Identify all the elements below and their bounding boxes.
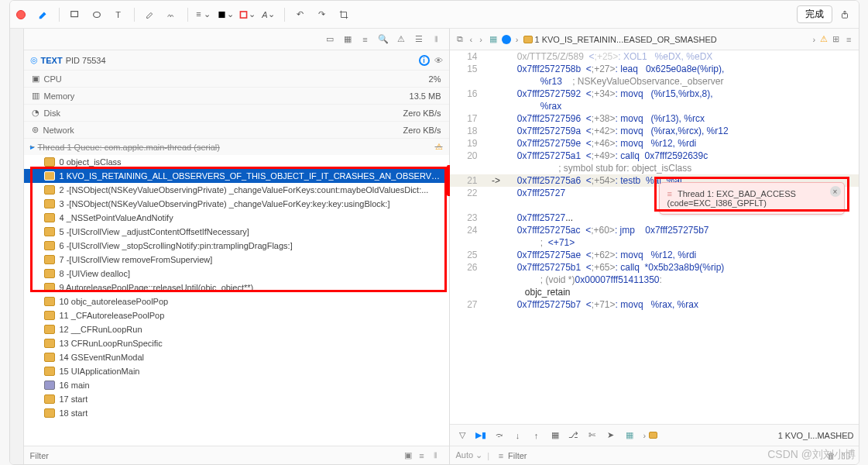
stack-frame[interactable]: 0 object_isClass: [24, 155, 449, 169]
stack-frame[interactable]: 2 -[NSObject(NSKeyValueObservingPrivate)…: [24, 183, 449, 197]
code-line: ; (void *)0x00007fff51411350:: [450, 274, 859, 286]
view-debug-icon[interactable]: ▦: [547, 428, 563, 443]
line-number: [450, 162, 485, 174]
list-icon[interactable]: ≡: [358, 32, 373, 47]
step-out-icon[interactable]: ↑: [529, 428, 544, 443]
variables-bottom-bar: Auto ⌄ | ≡ 🗑 ▯▯: [450, 446, 859, 464]
stack-frame[interactable]: 18 start: [24, 406, 449, 420]
columns-icon[interactable]: ⫴: [429, 32, 444, 47]
fill-color-icon[interactable]: ⌄: [217, 6, 234, 23]
stack-frame[interactable]: 1 KVO_IS_RETAINING_ALL_OBSERVERS_OF_THIS…: [24, 169, 449, 183]
folder-icon[interactable]: ▭: [322, 32, 338, 47]
stack-trace-list[interactable]: 0 object_isClass1 KVO_IS_RETAINING_ALL_O…: [24, 155, 449, 446]
warning-icon[interactable]: ⚠: [820, 34, 828, 44]
stack-frame[interactable]: 10 objc_autoreleasePoolPop: [24, 294, 449, 308]
code-text: 0x7fff25727...: [507, 212, 574, 224]
step-over-icon[interactable]: ⤼: [492, 428, 507, 443]
stack-frame[interactable]: 17 start: [24, 392, 449, 406]
stack-frame[interactable]: 9 AutoreleasePoolPage::releaseUntil(objc…: [24, 281, 449, 294]
line-number: 14: [450, 50, 485, 63]
shape-oval-icon[interactable]: [88, 6, 105, 23]
lines-icon[interactable]: ≡: [415, 449, 429, 463]
lines-icon[interactable]: ☰: [411, 32, 427, 47]
stat-network[interactable]: ⊚NetworkZero KB/s: [24, 122, 449, 139]
pencil-icon[interactable]: [35, 6, 52, 23]
frame-label: 3 -[NSObject(NSKeyValueObservingPrivate)…: [60, 199, 390, 208]
current-line-arrow-icon: ->: [485, 174, 507, 187]
stack-frame[interactable]: 7 -[UIScrollView removeFromSuperview]: [24, 253, 449, 267]
crop-icon[interactable]: [335, 6, 352, 23]
stack-frame[interactable]: 11 _CFAutoreleasePoolPop: [24, 308, 449, 322]
filter-input[interactable]: [508, 451, 570, 460]
scope-icon[interactable]: ▣: [401, 449, 415, 463]
stack-frame[interactable]: 6 -[UIScrollView _stopScrollingNotify:pi…: [24, 239, 449, 253]
finish-button[interactable]: 完成: [797, 5, 832, 23]
svg-rect-2: [218, 11, 225, 17]
debug-crumb-title[interactable]: 1 KVO_I...MASHED: [778, 431, 854, 440]
close-window-button[interactable]: [16, 10, 26, 19]
trash-icon[interactable]: 🗑: [825, 449, 839, 463]
code-text: 0x7fff257275a1 <;+49>: callq 0x7fff25926…: [507, 150, 708, 162]
eye-icon[interactable]: 👁: [434, 56, 443, 65]
location-icon[interactable]: ➤: [603, 428, 619, 443]
signature-icon[interactable]: [163, 6, 180, 23]
code-line: 25 0x7fff257275ae <;+62>: movq %r12, %rd…: [450, 249, 859, 261]
code-line: 27 0x7fff257275b7 <;+71>: movq %rax, %ra…: [450, 298, 859, 311]
scheme-icon[interactable]: ▦: [487, 34, 499, 44]
share-icon[interactable]: [837, 7, 853, 22]
back-icon[interactable]: ‹: [468, 35, 475, 44]
stat-cpu[interactable]: ▣CPU2%: [24, 71, 449, 88]
stroke-icon[interactable]: ≡ ⌄: [195, 6, 212, 23]
stack-frame[interactable]: 8 -[UIView dealloc]: [24, 267, 449, 281]
stack-frame[interactable]: 4 _NSSetPointValueAndNotify: [24, 211, 449, 225]
error-line1: Thread 1: EXC_BAD_ACCESS: [678, 189, 796, 198]
stack-frame[interactable]: 15 UIApplicationMain: [24, 364, 449, 378]
editor-options-icon[interactable]: ≡: [844, 35, 853, 44]
auto-scope-selector[interactable]: Auto ⌄: [456, 450, 483, 460]
code-line: ; symbol stub for: object_isClass: [450, 162, 859, 174]
rotate-left-icon[interactable]: ↶: [292, 6, 309, 23]
scheme-small-icon[interactable]: ▦: [622, 428, 637, 443]
rotate-right-icon[interactable]: ↷: [314, 6, 331, 23]
stat-memory[interactable]: ▥Memory13.5 MB: [24, 88, 449, 105]
info-icon[interactable]: [419, 55, 430, 66]
step-into-icon[interactable]: ↓: [510, 428, 526, 443]
stack-frame[interactable]: 13 CFRunLoopRunSpecific: [24, 336, 449, 350]
stack-frame[interactable]: 5 -[UIScrollView _adjustContentOffsetIfN…: [24, 225, 449, 239]
crumb-title[interactable]: 1 KVO_IS_RETAININ...EASED_OR_SMASHED: [535, 35, 808, 44]
filter-icon[interactable]: ≡: [494, 449, 508, 463]
font-icon[interactable]: A ⌄: [260, 6, 277, 23]
forward-icon[interactable]: ›: [477, 35, 485, 44]
thread-header[interactable]: ▸ Thread 1 Queue: com.apple.main-thread …: [24, 139, 449, 155]
shape-rect-icon[interactable]: [67, 6, 84, 23]
memory-graph-icon[interactable]: ⎇: [566, 428, 582, 443]
code-text: 0x7fff257275ac <;+60>: jmp 0x7fff257275b…: [507, 224, 709, 236]
highlight-icon[interactable]: [142, 6, 159, 23]
breakpoint-icon[interactable]: [502, 35, 511, 44]
text-icon[interactable]: T: [110, 6, 127, 23]
stack-frame[interactable]: 16 main: [24, 378, 449, 392]
stroke-color-icon[interactable]: ⌄: [238, 6, 256, 23]
filter-input[interactable]: [30, 451, 92, 460]
line-number: [450, 199, 485, 212]
stack-frame[interactable]: 3 -[NSObject(NSKeyValueObservingPrivate)…: [24, 197, 449, 211]
related-items-icon[interactable]: ⧉: [455, 34, 465, 44]
frame-icon: [44, 381, 55, 390]
stack-frame[interactable]: 14 GSEventRunModal: [24, 350, 449, 364]
add-editor-icon[interactable]: ⊞: [830, 34, 842, 44]
search-icon[interactable]: 🔍: [376, 32, 391, 47]
continue-icon[interactable]: ▶▮: [473, 428, 489, 443]
current-line-arrow-icon: [485, 75, 507, 88]
warning-icon[interactable]: ⚠: [393, 32, 409, 47]
toggle-breakpoints-icon[interactable]: ▽: [455, 428, 470, 443]
cols-icon[interactable]: ⫴: [429, 449, 443, 463]
disassembly-view[interactable]: 14 0x/TTTZ5/Z/589 <;+25>: XOL1 %eDX, %eD…: [450, 50, 859, 424]
env-override-icon[interactable]: ✄: [585, 428, 600, 443]
stack-frame[interactable]: 12 __CFRunLoopRun: [24, 322, 449, 336]
thread-disclosure-icon[interactable]: ▸: [30, 142, 35, 152]
code-text: ; <+71>: [507, 236, 575, 249]
stat-disk[interactable]: ◔DiskZero KB/s: [24, 105, 449, 122]
grid-icon[interactable]: ▦: [340, 32, 355, 47]
close-bubble-icon[interactable]: ×: [830, 186, 841, 197]
split-icon[interactable]: ▯▯: [839, 449, 853, 463]
